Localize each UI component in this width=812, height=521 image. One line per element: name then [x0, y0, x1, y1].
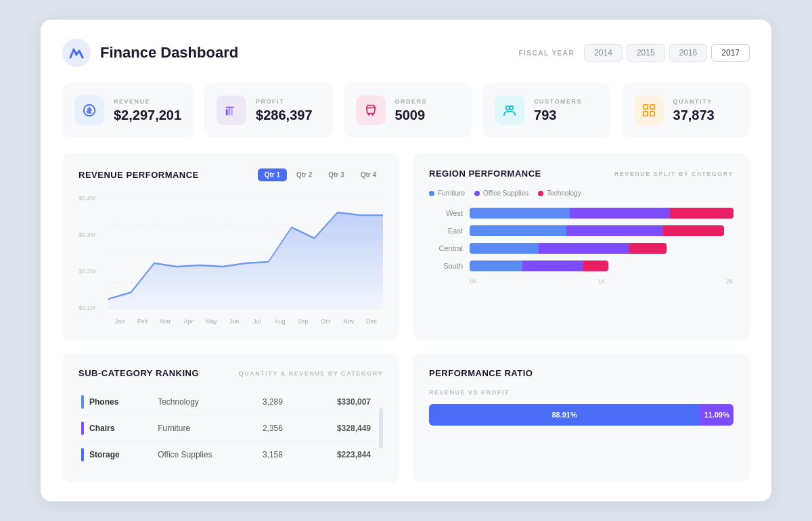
month-nov: Nov: [337, 318, 360, 325]
region-east-row: East: [429, 225, 734, 236]
revenue-chart-wrapper: $0.4M $0.3M $0.2M $0.1M: [78, 192, 383, 325]
revenue-text: REVENUE $2,297,201: [114, 98, 181, 123]
profit-icon: [217, 95, 246, 125]
east-furniture-bar: [470, 225, 566, 236]
ratio-subtitle: REVENUE VS PROFIT: [429, 389, 734, 396]
chairs-category-cell: Furniture: [155, 415, 260, 442]
x-axis-labels: Jan Feb Mar Apr May Jun Jul Aug Sep Oct …: [108, 318, 383, 325]
storage-bar-indicator: [81, 448, 84, 461]
svg-rect-4: [231, 108, 233, 115]
region-south-label: South: [429, 262, 463, 270]
region-axis: 0K 1K 2K: [429, 278, 734, 285]
storage-category-cell: Office Supplies: [155, 442, 260, 468]
y-label-1: $0.1M: [78, 304, 103, 311]
scroll-area: [379, 389, 383, 468]
region-bars: West East: [429, 208, 734, 271]
month-apr: Apr: [177, 318, 200, 325]
sub-category-table: Phones Technology 3,289 $330,007: [78, 389, 374, 468]
storage-revenue-cell: $223,844: [304, 442, 374, 468]
phones-name: Phones: [81, 395, 152, 409]
region-performance-panel: REGION PERFORMANCE REVENUE SPLIT BY CATE…: [413, 154, 750, 340]
fiscal-year-selector: FISCAL YEAR 2014 2015 2016 2017: [518, 44, 750, 62]
month-mar: Mar: [154, 318, 177, 325]
sub-category-content: Phones Technology 3,289 $330,007: [78, 389, 383, 468]
phones-name-cell: Phones: [78, 389, 155, 415]
axis-0k: 0K: [470, 278, 477, 285]
office-supplies-label: Office Supplies: [483, 189, 528, 197]
orders-value: 5009: [395, 108, 428, 123]
sub-category-title: SUB-CATEGORY RANKING: [78, 368, 199, 378]
region-south-row: South: [429, 260, 734, 271]
kpi-quantity: QUANTITY 37,873: [622, 83, 750, 137]
table-row: Storage Office Supplies 3,158 $223,844: [78, 442, 374, 468]
quarter-buttons: Qtr 1 Qtr 2 Qtr 3 Qtr 4: [258, 168, 383, 181]
profit-value: $286,397: [256, 108, 312, 123]
region-east-bar: [470, 225, 724, 236]
year-2017[interactable]: 2017: [711, 44, 750, 62]
region-subtitle: REVENUE SPLIT BY CATEGORY: [614, 171, 734, 177]
month-sep: Sep: [292, 318, 315, 325]
south-furniture-bar: [470, 260, 522, 271]
furniture-dot: [429, 191, 434, 196]
orders-label: ORDERS: [395, 98, 428, 105]
profit-text: PROFIT $286,397: [256, 98, 312, 123]
chairs-name-cell: Chairs: [78, 415, 155, 442]
region-east-label: East: [429, 227, 463, 235]
ratio-revenue-seg: 88.91%: [429, 404, 700, 426]
dashboard: Finance Dashboard FISCAL YEAR 2014 2015 …: [41, 20, 771, 501]
year-2016[interactable]: 2016: [669, 44, 708, 62]
customers-label: CUSTOMERS: [534, 98, 582, 105]
kpi-row: REVENUE $2,297,201 PROFIT $286,397 ORDER…: [62, 83, 750, 137]
central-furniture-bar: [470, 243, 539, 254]
qtr1-btn[interactable]: Qtr 1: [258, 168, 287, 181]
revenue-chart-svg: [108, 192, 383, 314]
legend-office-supplies: Office Supplies: [474, 189, 528, 197]
customers-icon: [495, 95, 524, 125]
chairs-bar-indicator: [81, 422, 84, 435]
header: Finance Dashboard FISCAL YEAR 2014 2015 …: [62, 39, 750, 67]
month-oct: Oct: [314, 318, 337, 325]
month-aug: Aug: [269, 318, 292, 325]
east-tech-bar: [663, 225, 724, 236]
performance-ratio-panel: PERFORMANCE RATIO REVENUE VS PROFIT 88.9…: [413, 353, 750, 482]
chairs-revenue-cell: $328,449: [304, 415, 374, 442]
west-office-bar: [570, 208, 670, 219]
kpi-orders: ORDERS 5009: [344, 83, 472, 137]
central-office-bar: [539, 243, 629, 254]
qtr4-btn[interactable]: Qtr 4: [354, 168, 383, 181]
customers-text: CUSTOMERS 793: [534, 98, 582, 123]
svg-point-5: [367, 114, 369, 116]
kpi-profit: PROFIT $286,397: [204, 83, 332, 137]
phones-revenue-cell: $330,007: [304, 389, 374, 415]
year-2014[interactable]: 2014: [584, 44, 623, 62]
technology-label: Technology: [547, 189, 581, 197]
orders-text: ORDERS 5009: [395, 98, 428, 123]
furniture-label: Furniture: [438, 189, 465, 197]
west-furniture-bar: [470, 208, 570, 219]
legend-furniture: Furniture: [429, 189, 465, 197]
storage-name-cell: Storage: [78, 442, 155, 468]
table-row: Chairs Furniture 2,356 $328,449: [78, 415, 374, 442]
region-west-label: West: [429, 209, 463, 217]
quantity-label: QUANTITY: [673, 98, 715, 105]
orders-icon: [356, 95, 386, 125]
svg-point-6: [371, 114, 374, 116]
y-axis: $0.4M $0.3M $0.2M $0.1M: [78, 192, 103, 314]
qtr3-btn[interactable]: Qtr 3: [321, 168, 351, 181]
revenue-value: $2,297,201: [114, 108, 181, 123]
month-dec: Dec: [360, 318, 383, 325]
qtr2-btn[interactable]: Qtr 2: [290, 168, 319, 181]
quantity-value: 37,873: [673, 108, 715, 123]
phones-quantity-cell: 3,289: [260, 389, 305, 415]
month-jan: Jan: [108, 318, 131, 325]
svg-point-8: [510, 106, 514, 110]
year-2015[interactable]: 2015: [627, 44, 665, 62]
region-central-bar: [470, 243, 667, 254]
chairs-quantity-cell: 2,356: [260, 415, 305, 442]
scroll-indicator[interactable]: [379, 408, 383, 449]
revenue-chart-area: Jan Feb Mar Apr May Jun Jul Aug Sep Oct …: [108, 192, 383, 325]
y-label-3: $0.3M: [78, 231, 103, 238]
revenue-performance-panel: REVENUE PERFORMANCE Qtr 1 Qtr 2 Qtr 3 Qt…: [62, 154, 399, 340]
sub-category-subtitle: QUANTITY & REVENUE BY CATEGORY: [239, 370, 383, 377]
region-central-row: Central: [429, 243, 734, 254]
